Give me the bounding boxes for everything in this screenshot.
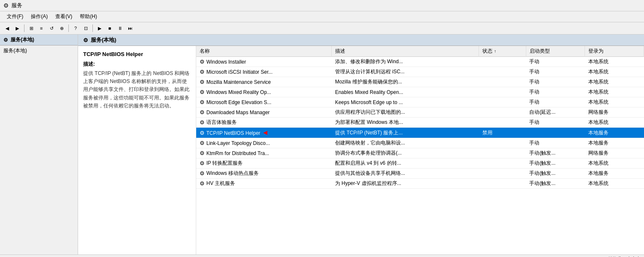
service-status-cell <box>479 179 526 189</box>
menu-file[interactable]: 文件(F) <box>3 12 27 21</box>
service-status-cell <box>479 138 526 148</box>
stop-button[interactable]: ■ <box>105 24 114 33</box>
service-login-cell: 本地服务 <box>585 128 644 138</box>
service-login-cell: 本地系统 <box>585 179 644 189</box>
service-login-cell: 网络服务 <box>585 148 644 158</box>
service-status-cell <box>479 67 526 77</box>
service-desc-cell: 添加、修改和删除作为 Wind... <box>332 57 479 67</box>
service-login-cell: 本地系统 <box>585 67 644 77</box>
menu-view[interactable]: 查看(V) <box>52 12 76 21</box>
service-name-label: Windows Mixed Reality Op... <box>206 89 271 95</box>
service-name-label: IP 转换配置服务 <box>206 160 243 167</box>
table-row[interactable]: ⚙语言体验服务为部署和配置 Windows 本地...手动本地系统 <box>196 118 644 128</box>
table-row[interactable]: ⚙KtmRm for Distributed Tra...协调分布式事务处理协调… <box>196 148 644 158</box>
pause-button[interactable]: ⏸ <box>115 24 124 33</box>
table-row[interactable]: ⚙Microsoft Edge Elevation S...Keeps Micr… <box>196 97 644 107</box>
service-startup-cell <box>526 128 585 138</box>
table-row[interactable]: ⚙Microsoft iSCSI Initiator Ser...管理从这台计算… <box>196 67 644 77</box>
left-panel-header: ⚙ 服务(本地) <box>0 35 78 46</box>
service-desc-cell: Keeps Microsoft Edge up to ... <box>332 97 479 107</box>
service-status-cell <box>479 87 526 97</box>
menu-bar: 文件(F) 操作(A) 查看(V) 帮助(H) <box>0 11 644 22</box>
service-desc-cell: 供应用程序访问已下载地图的... <box>332 107 479 118</box>
sidebar-item-services-local[interactable]: 服务(本地) <box>0 46 78 56</box>
service-name-label: TCP/IP NetBIOS Helper <box>206 130 260 136</box>
properties-button[interactable]: ⊡ <box>81 24 90 33</box>
table-row[interactable]: ⚙Link-Layer Topology Disco...创建网络映射，它由电脑… <box>196 138 644 148</box>
left-header-icon: ⚙ <box>3 37 8 43</box>
help-button[interactable]: ? <box>71 24 80 33</box>
service-startup-cell: 手动 <box>526 57 585 67</box>
table-row[interactable]: ⚙Mozilla Maintenance ServiceMozilla 维护服务… <box>196 77 644 87</box>
description-panel: TCP/IP NetBIOS Helper 描述: 提供 TCP/IP (Net… <box>78 46 196 254</box>
toolbar: ◀ ▶ ⊞ ≡ ↺ ⊕ ? ⊡ ▶ ■ ⏸ ⏭ <box>0 22 644 35</box>
restart-button[interactable]: ⏭ <box>125 24 135 33</box>
service-name-cell: ⚙Windows Mixed Reality Op... <box>196 87 332 97</box>
toolbar-separator-3 <box>92 24 93 32</box>
toolbar-separator-2 <box>68 24 69 32</box>
service-name-cell: ⚙语言体验服务 <box>196 118 332 128</box>
service-login-cell: 本地系统 <box>585 87 644 97</box>
col-header-login[interactable]: 登录为 <box>585 46 644 57</box>
service-startup-cell: 手动 <box>526 118 585 128</box>
service-name-label: Windows 移动热点服务 <box>206 170 259 177</box>
service-name-cell: ⚙Windows Installer <box>196 57 332 67</box>
service-desc-cell: Mozilla 维护服务能确保您的... <box>332 77 479 87</box>
service-name-cell: ⚙Microsoft Edge Elevation S... <box>196 97 332 107</box>
service-status-cell <box>479 97 526 107</box>
service-startup-cell: 手动 <box>526 87 585 97</box>
menu-help[interactable]: 帮助(H) <box>76 12 100 21</box>
service-desc-cell: 提供与其他设备共享手机网络... <box>332 169 479 179</box>
right-header-icon: ⚙ <box>83 37 88 43</box>
service-name-cell: ⚙IP 转换配置服务 <box>196 158 332 169</box>
service-name-cell: ⚙Microsoft iSCSI Initiator Ser... <box>196 67 332 77</box>
table-row[interactable]: ⚙HV 主机服务为 Hyper-V 虚拟机监控程序...手动(触发...本地系统 <box>196 179 644 189</box>
service-desc-cell: 创建网络映射，它由电脑和设... <box>332 138 479 148</box>
service-name-cell: ⚙TCP/IP NetBIOS Helper◄ <box>196 128 332 138</box>
service-startup-cell: 手动(触发... <box>526 148 585 158</box>
table-row[interactable]: ⚙Windows 移动热点服务提供与其他设备共享手机网络...手动(触发...本… <box>196 169 644 179</box>
service-gear-icon: ⚙ <box>200 140 205 146</box>
service-status-cell <box>479 77 526 87</box>
toolbar-separator-1 <box>24 24 24 32</box>
service-login-cell: 本地系统 <box>585 118 644 128</box>
app-icon: ⚙ <box>3 2 9 9</box>
service-gear-icon: ⚙ <box>200 150 205 156</box>
service-gear-icon: ⚙ <box>200 180 205 187</box>
table-row[interactable]: ⚙Windows Installer添加、修改和删除作为 Wind...手动本地… <box>196 57 644 67</box>
service-login-cell: 本地系统 <box>585 57 644 67</box>
service-name-cell: ⚙Windows 移动热点服务 <box>196 169 332 179</box>
service-startup-cell: 手动 <box>526 77 585 87</box>
refresh-button[interactable]: ↺ <box>47 24 56 33</box>
service-desc-cell: 为 Hyper-V 虚拟机监控程序... <box>332 179 479 189</box>
show-hide-button[interactable]: ⊞ <box>27 24 36 33</box>
service-login-cell: 本地服务 <box>585 169 644 179</box>
table-row[interactable]: ⚙Windows Mixed Reality Op...Enables Mixe… <box>196 87 644 97</box>
service-gear-icon: ⚙ <box>200 89 205 95</box>
col-header-status[interactable]: 状态 ↑ <box>479 46 526 57</box>
service-gear-icon: ⚙ <box>200 109 205 115</box>
table-row[interactable]: ⚙TCP/IP NetBIOS Helper◄提供 TCP/IP (NetBT)… <box>196 128 644 138</box>
service-status-cell <box>479 57 526 67</box>
back-button[interactable]: ◀ <box>3 24 12 33</box>
service-gear-icon: ⚙ <box>200 79 205 85</box>
service-desc-cell: 配置和启用从 v4 到 v6 的转... <box>332 158 479 169</box>
menu-action[interactable]: 操作(A) <box>27 12 51 21</box>
content-area: TCP/IP NetBIOS Helper 描述: 提供 TCP/IP (Net… <box>78 46 644 254</box>
service-status-cell <box>479 107 526 118</box>
col-header-description[interactable]: 描述 <box>332 46 479 57</box>
export-button[interactable]: ⊕ <box>57 24 66 33</box>
table-row[interactable]: ⚙IP 转换配置服务配置和启用从 v4 到 v6 的转...手动(触发...本地… <box>196 158 644 169</box>
left-panel: ⚙ 服务(本地) 服务(本地) <box>0 35 78 254</box>
list-button[interactable]: ≡ <box>37 24 46 33</box>
col-header-startup[interactable]: 启动类型 <box>526 46 585 57</box>
service-status-cell <box>479 169 526 179</box>
service-login-cell: 本地系统 <box>585 158 644 169</box>
service-status-cell <box>479 158 526 169</box>
service-desc-cell: 协调分布式事务处理协调器(... <box>332 148 479 158</box>
start-button[interactable]: ▶ <box>95 24 104 33</box>
col-header-name[interactable]: 名称 <box>196 46 332 57</box>
table-row[interactable]: ⚙Downloaded Maps Manager供应用程序访问已下载地图的...… <box>196 107 644 118</box>
service-name-label: Windows Installer <box>206 59 246 65</box>
forward-button[interactable]: ▶ <box>13 24 22 33</box>
